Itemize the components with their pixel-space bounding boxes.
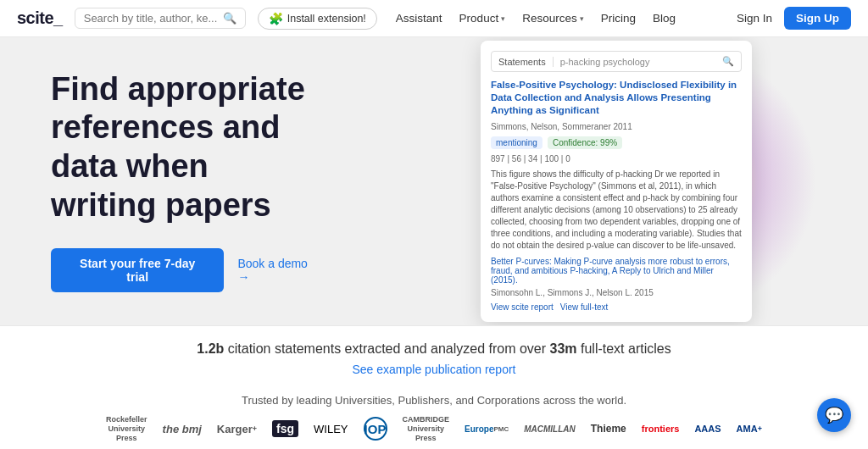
chat-bubble-button[interactable]: 💬 [817, 398, 851, 432]
example-report-link[interactable]: See example publication report [352, 363, 515, 376]
hero-title: Find appropriate references and data whe… [51, 70, 322, 224]
mockup-search-bar: Statements p-hacking psychology 🔍 [491, 51, 742, 72]
trial-button[interactable]: Start your free 7-day trial [51, 248, 224, 292]
logo-text: scite_ [17, 8, 63, 27]
signup-button[interactable]: Sign Up [784, 7, 851, 30]
extension-emoji: 🧩 [269, 12, 283, 25]
nav-item-pricing[interactable]: Pricing [594, 8, 643, 28]
logo-thieme: Thieme [591, 423, 626, 435]
mockup-search-input: p-hacking psychology [560, 57, 715, 67]
mockup-body-text: This figure shows the difficulty of p-ha… [491, 169, 742, 252]
logo-rockefeller: RockefellerUniversityPress [106, 415, 147, 442]
logos-row-2: PNAS AmericanChemicalSociety arXiv ⊞ ≡≡≡… [17, 442, 851, 449]
stat-articles: 33m [550, 341, 577, 356]
search-input[interactable] [84, 12, 220, 25]
badge-mentioning: mentioning [491, 136, 542, 149]
stats-text: 1.2b citation statements extracted and a… [17, 341, 851, 357]
search-icon: 🔍 [223, 12, 236, 25]
logo-fsg: fsg [272, 420, 298, 437]
nav-item-resources[interactable]: Resources ▾ [515, 8, 591, 28]
mockup-card: Statements p-hacking psychology 🔍 False-… [481, 41, 752, 322]
signin-link[interactable]: Sign In [730, 8, 779, 28]
nav-item-blog[interactable]: Blog [646, 8, 682, 28]
logo-cambridge: CAMBRIDGEUniversityPress [403, 415, 450, 442]
stats-bar: 1.2b citation statements extracted and a… [0, 325, 868, 384]
badge-confidence: Confidence: 99% [548, 136, 622, 149]
hero-content: Find appropriate references and data whe… [0, 37, 364, 325]
logos-trusted-text: Trusted by leading Universities, Publish… [17, 394, 851, 407]
logo-aaas: AAAS [694, 424, 721, 434]
logo-europe-pmc: EuropePMC [465, 424, 509, 434]
mockup-authors: Simmons, Nelson, Sommeraner 2011 [491, 122, 742, 131]
demo-link[interactable]: Book a demo → [237, 257, 322, 284]
nav-links: Assistant Product ▾ Resources ▾ Pricing … [389, 8, 730, 28]
logo-macmillan: MACMILLAN [524, 424, 576, 434]
mockup-search-icon: 🔍 [722, 56, 734, 67]
mockup-ref-title: Better P-curves: Making P-curve analysis… [491, 257, 742, 285]
nav-item-product[interactable]: Product ▾ [453, 8, 513, 28]
extension-label: Install extension! [287, 13, 366, 25]
logo-ama: AMA+ [737, 424, 762, 434]
site-logo[interactable]: scite_ [17, 8, 63, 28]
logos-section: Trusted by leading Universities, Publish… [0, 384, 868, 449]
hero-section: Find appropriate references and data whe… [0, 37, 868, 325]
logos-row-1: RockefellerUniversityPress the bmj Karge… [17, 415, 851, 442]
mockup-stats: 897 | 56 | 34 | 100 | 0 [491, 154, 742, 164]
logo-frontiers: frontiers [642, 424, 680, 434]
logo-iop: IOP [364, 417, 387, 441]
stat-citations: 1.2b [197, 341, 224, 356]
view-scite-report-link[interactable]: View scite report [491, 302, 554, 312]
nav-item-assistant[interactable]: Assistant [389, 8, 449, 28]
chat-icon: 💬 [825, 406, 843, 424]
chevron-down-icon: ▾ [501, 14, 505, 23]
mockup-badges: mentioning Confidence: 99% [491, 136, 742, 149]
hero-cta: Start your free 7-day trial Book a demo … [51, 248, 322, 292]
mockup-actions: View scite report View full-text [491, 302, 742, 312]
logo-bmj: the bmj [163, 423, 202, 435]
search-box[interactable]: 🔍 [75, 8, 246, 29]
chevron-down-icon: ▾ [580, 14, 584, 23]
hero-illustration: Statements p-hacking psychology 🔍 False-… [364, 37, 868, 325]
logo-wiley: WILEY [314, 423, 348, 435]
view-full-text-link[interactable]: View full-text [560, 302, 609, 312]
install-extension-button[interactable]: 🧩 Install extension! [258, 8, 377, 30]
logo-karger: Karger+ [217, 423, 257, 435]
mockup-paper-title: False-Positive Psychology: Undisclosed F… [491, 79, 742, 117]
mockup-ref-authors: Simonsohn L., Simmons J., Nelson L. 2015 [491, 288, 742, 297]
mockup-search-dropdown: Statements [498, 57, 554, 67]
navbar: scite_ 🔍 🧩 Install extension! Assistant … [0, 0, 868, 37]
